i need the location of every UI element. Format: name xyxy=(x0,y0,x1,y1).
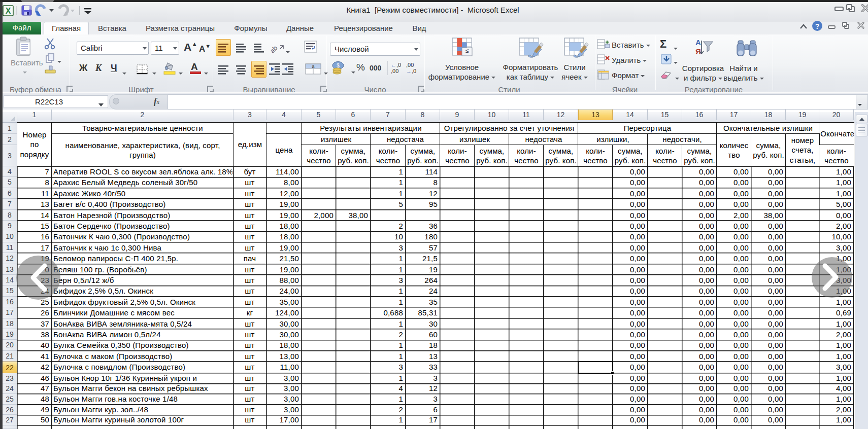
svg-text:ab: ab xyxy=(269,44,279,55)
svg-text:a: a xyxy=(312,64,314,69)
svg-text:?: ? xyxy=(815,22,820,30)
svg-text:А: А xyxy=(695,38,701,47)
svg-text:≤: ≤ xyxy=(465,48,469,54)
svg-text:X: X xyxy=(6,7,11,15)
svg-text:$: $ xyxy=(337,63,340,68)
